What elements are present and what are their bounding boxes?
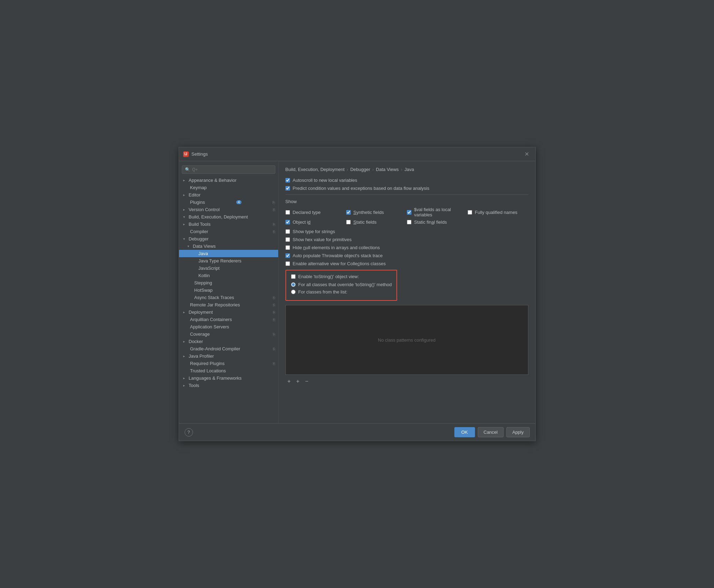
synthetic-fields-checkbox[interactable] [346,210,351,215]
sidebar-item-javascript[interactable]: JavaScript [179,265,278,272]
sidebar-item-build_exec[interactable]: ▾Build, Execution, Deployment [179,213,278,221]
sidebar-item-deployment[interactable]: ▸Deployment⎘ [179,308,278,316]
arrow-icon: ▸ [183,310,187,314]
sidebar-item-label: Docker [189,339,203,344]
declared-type-row: Declared type [285,207,346,217]
static-fields-checkbox[interactable] [346,220,351,224]
close-button[interactable]: ✕ [522,150,531,158]
sidebar-nav: ▸Appearance & BehaviorKeymap▸EditorPlugi… [179,177,278,389]
sidebar-item-label: Required Plugins [190,361,225,366]
dialog-title: Settings [192,151,208,157]
breadcrumb-part-0: Build, Execution, Deployment [285,167,345,172]
copy-icon: ⎘ [273,222,275,226]
sidebar-item-plugins[interactable]: Plugins4⎘ [179,199,278,206]
sidebar-item-label: Java Type Renderers [199,258,241,263]
show-type-strings-checkbox[interactable] [285,229,290,234]
predict-checkbox[interactable] [285,186,290,191]
enable-alt-view-checkbox[interactable] [285,261,290,266]
sidebar-item-editor[interactable]: ▸Editor [179,191,278,199]
sidebar-item-label: Remote Jar Repositories [190,302,240,307]
fully-qualified-checkbox[interactable] [468,210,472,215]
copy-pattern-button[interactable]: + [294,378,302,385]
sidebar-item-languages_frameworks[interactable]: ▸Languages & Frameworks [179,374,278,382]
sidebar-item-label: Appearance & Behavior [189,178,237,183]
cancel-button[interactable]: Cancel [478,427,504,437]
sidebar-item-label: Debugger [189,236,209,241]
val-fields-row: $val fields as local variables [407,207,468,217]
sidebar-item-label: Tools [189,383,199,388]
radio-all-classes[interactable] [291,282,296,287]
radio-from-list-label: For classes from the list: [298,289,348,295]
copy-icon: ⎘ [273,362,275,366]
sidebar-item-java_type_renderers[interactable]: Java Type Renderers [179,257,278,265]
sidebar-item-kotlin[interactable]: Kotlin [179,272,278,279]
sidebar-item-label: Editor [189,192,201,198]
arrow-icon: ▸ [183,193,187,197]
sidebar-item-version_control[interactable]: ▸Version Control⎘ [179,206,278,213]
sidebar-item-debugger[interactable]: ▾Debugger [179,235,278,243]
enable-tostring-checkbox[interactable] [291,274,296,279]
badge: 4 [236,200,242,204]
autoscroll-checkbox[interactable] [285,178,290,183]
sidebar-item-stepping[interactable]: Stepping [179,279,278,286]
radio-from-list[interactable] [291,290,296,294]
sidebar-item-java_profiler[interactable]: ▸Java Profiler [179,352,278,360]
show-section: Show Declared type Synthetic fields $val… [285,199,528,225]
sidebar-item-arquillian[interactable]: Arquillian Containers⎘ [179,316,278,323]
sidebar-item-keymap[interactable]: Keymap [179,184,278,191]
arrow-icon: ▾ [183,215,187,219]
search-input[interactable] [192,167,272,172]
copy-icon: ⎘ [273,332,275,336]
option-checkboxes-section: Show type for strings Show hex value for… [285,229,528,266]
remove-pattern-button[interactable]: − [303,378,310,385]
ok-button[interactable]: OK [454,427,475,437]
copy-icon: ⎘ [273,310,275,314]
arrow-icon: ▸ [183,376,187,380]
sidebar-item-docker[interactable]: ▸Docker [179,338,278,345]
sidebar-item-compiler[interactable]: Compiler⎘ [179,228,278,235]
sidebar-item-remote_jar[interactable]: Remote Jar Repositories⎘ [179,301,278,308]
add-pattern-button[interactable]: + [285,378,293,385]
show-type-strings-label: Show type for strings [293,229,335,234]
help-button[interactable]: ? [185,428,193,437]
sidebar-item-java[interactable]: Java [179,250,278,257]
sidebar-item-label: Keymap [190,185,207,190]
sidebar-item-app_servers[interactable]: Application Servers [179,323,278,330]
apply-button[interactable]: Apply [506,427,530,437]
sidebar-item-required_plugins[interactable]: Required Plugins⎘ [179,360,278,367]
static-final-fields-checkbox[interactable] [407,220,411,224]
sidebar-item-label: Application Servers [190,324,229,329]
sidebar-item-coverage[interactable]: Coverage⎘ [179,330,278,338]
arrow-icon: ▸ [183,222,187,226]
sidebar-item-build_tools[interactable]: ▸Build Tools⎘ [179,221,278,228]
copy-icon: ⎘ [273,296,275,300]
sidebar-item-gradle_android[interactable]: Gradle-Android Compiler⎘ [179,345,278,352]
sidebar-item-tools[interactable]: ▸Tools [179,382,278,389]
sidebar-item-label: Gradle-Android Compiler [190,346,240,351]
breadcrumb: Build, Execution, Deployment › Debugger … [285,167,528,172]
search-box[interactable]: 🔍 [182,165,275,174]
sidebar-item-label: Coverage [190,332,210,337]
autoscroll-label: Autoscroll to new local variables [293,178,357,183]
hide-null-checkbox[interactable] [285,245,290,250]
sidebar-item-data_views[interactable]: ▾Data Views [179,243,278,250]
sidebar-item-label: Java [199,251,208,256]
breadcrumb-part-2: Data Views [376,167,399,172]
show-hex-row: Show hex value for primitives [285,237,528,242]
val-fields-checkbox[interactable] [407,210,411,215]
auto-populate-row: Auto populate Throwable object's stack t… [285,253,528,258]
sidebar-item-appearance[interactable]: ▸Appearance & Behavior [179,177,278,184]
object-id-checkbox[interactable] [285,220,290,224]
auto-populate-checkbox[interactable] [285,253,290,258]
object-id-label: Object id [293,219,311,225]
sidebar-item-hotswap[interactable]: HotSwap [179,286,278,294]
static-fields-label: Static fields [354,219,377,225]
arrow-icon: ▸ [183,384,187,387]
sidebar-item-trusted_locations[interactable]: Trusted Locations [179,367,278,374]
sidebar-item-label: Version Control [189,207,220,212]
search-icon: 🔍 [185,167,190,172]
copy-icon: ⎘ [273,200,275,204]
sidebar-item-async_stack[interactable]: Async Stack Traces⎘ [179,294,278,301]
show-hex-checkbox[interactable] [285,237,290,242]
declared-type-checkbox[interactable] [285,210,290,215]
